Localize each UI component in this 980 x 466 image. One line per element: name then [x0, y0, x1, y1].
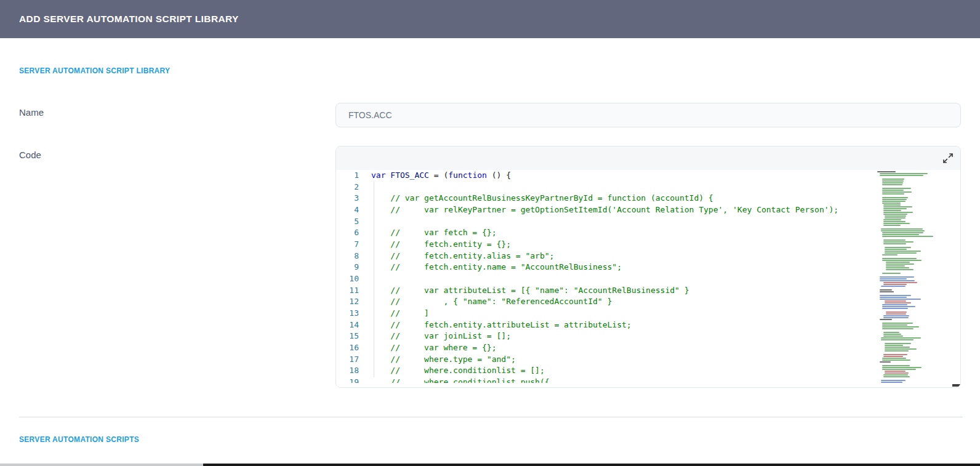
name-input[interactable]	[335, 103, 961, 127]
code-text: // , { "name": "ReferencedAccountId" }	[371, 297, 612, 306]
code-line: 14 // fetch.entity.attributeList = attri…	[336, 319, 960, 331]
page: ADD SERVER AUTOMATION SCRIPT LIBRARY SER…	[0, 0, 980, 466]
line-number: 18	[336, 365, 359, 377]
code-line: 3 // var getAccountRelBusinessKeyPartner…	[336, 193, 960, 204]
code-text: // fetch.entity.alias = "arb";	[371, 251, 554, 260]
code-editor[interactable]: 1var FTOS_ACC = (function () {23 // var …	[336, 170, 960, 387]
line-number: 4	[336, 204, 359, 216]
line-number: 11	[336, 285, 359, 297]
code-lines: 1var FTOS_ACC = (function () {23 // var …	[336, 170, 960, 387]
line-number: 7	[336, 239, 359, 251]
line-number: 6	[336, 227, 359, 239]
code-line: 4 // var relKeyPartner = getOptionSetIte…	[336, 204, 960, 216]
name-label: Name	[19, 107, 44, 118]
code-text: // where.type = "and";	[371, 355, 516, 364]
bottom-cutoff-strip-right	[203, 464, 980, 466]
code-text: // fetch.entity.name = "AccountRelBusine…	[371, 262, 622, 271]
code-text: // var attributeList = [{ "name": "Accou…	[371, 286, 689, 295]
line-number: 10	[336, 273, 359, 285]
code-line: 13 // ]	[336, 308, 960, 319]
code-line: 18 // where.conditionlist = [];	[336, 365, 960, 377]
line-number: 15	[336, 331, 359, 342]
code-line: 1var FTOS_ACC = (function () {	[336, 170, 960, 182]
code-text: // fetch.entity = {};	[371, 239, 511, 249]
bottom-cutoff-strip-left	[0, 464, 203, 466]
section-title-scripts: SERVER AUTOMATION SCRIPTS	[19, 435, 139, 444]
code-line: 5	[336, 216, 960, 228]
expand-diagonal-arrows-icon	[942, 157, 954, 166]
code-line: 12 // , { "name": "ReferencedAccountId" …	[336, 296, 960, 308]
code-line: 16 // var where = {};	[336, 342, 960, 354]
code-text: // var relKeyPartner = getOptionSetItemI…	[371, 205, 838, 214]
section-divider	[19, 417, 963, 417]
horizontal-scrollbar-thumb[interactable]	[952, 384, 960, 387]
code-text: // fetch.entity.attributeList = attribut…	[371, 320, 632, 329]
code-line: 2	[336, 182, 960, 193]
code-text: // var getAccountRelBusinessKeyPartnerBy…	[371, 193, 713, 203]
code-line: 6 // var fetch = {};	[336, 227, 960, 239]
page-title: ADD SERVER AUTOMATION SCRIPT LIBRARY	[0, 0, 980, 38]
section-title-script-library: SERVER AUTOMATION SCRIPT LIBRARY	[19, 66, 170, 75]
editor-clip-mask	[336, 383, 960, 387]
expand-editor-button[interactable]	[942, 152, 954, 164]
line-number: 14	[336, 319, 359, 331]
line-number: 17	[336, 354, 359, 366]
indent-guide	[374, 182, 374, 377]
line-number: 9	[336, 262, 359, 273]
code-line: 9 // fetch.entity.name = "AccountRelBusi…	[336, 262, 960, 273]
code-editor-toolbar	[336, 147, 960, 171]
code-line: 11 // var attributeList = [{ "name": "Ac…	[336, 285, 960, 297]
line-number: 16	[336, 342, 359, 354]
line-number: 8	[336, 251, 359, 262]
code-editor-panel: 1var FTOS_ACC = (function () {23 // var …	[335, 146, 961, 388]
line-number: 2	[336, 182, 359, 193]
code-line: 10	[336, 273, 960, 285]
line-number: 5	[336, 216, 359, 228]
code-line: 8 // fetch.entity.alias = "arb";	[336, 251, 960, 262]
line-number: 12	[336, 296, 359, 308]
code-text: var FTOS_ACC = (function () {	[371, 171, 511, 180]
code-line: 15 // var joinList = [];	[336, 331, 960, 342]
line-number: 13	[336, 308, 359, 319]
code-text: // var where = {};	[371, 343, 497, 352]
line-number: 1	[336, 170, 359, 182]
code-line: 7 // fetch.entity = {};	[336, 239, 960, 251]
code-label: Code	[19, 150, 41, 160]
code-text: // where.conditionlist = [];	[371, 366, 545, 375]
page-header-bar: ADD SERVER AUTOMATION SCRIPT LIBRARY	[0, 0, 980, 38]
editor-minimap[interactable]	[877, 171, 936, 387]
code-text: // var fetch = {};	[371, 228, 497, 237]
code-text: // var joinList = [];	[371, 331, 511, 340]
line-number: 3	[336, 193, 359, 204]
code-text: // ]	[371, 308, 429, 318]
code-line: 17 // where.type = "and";	[336, 354, 960, 366]
